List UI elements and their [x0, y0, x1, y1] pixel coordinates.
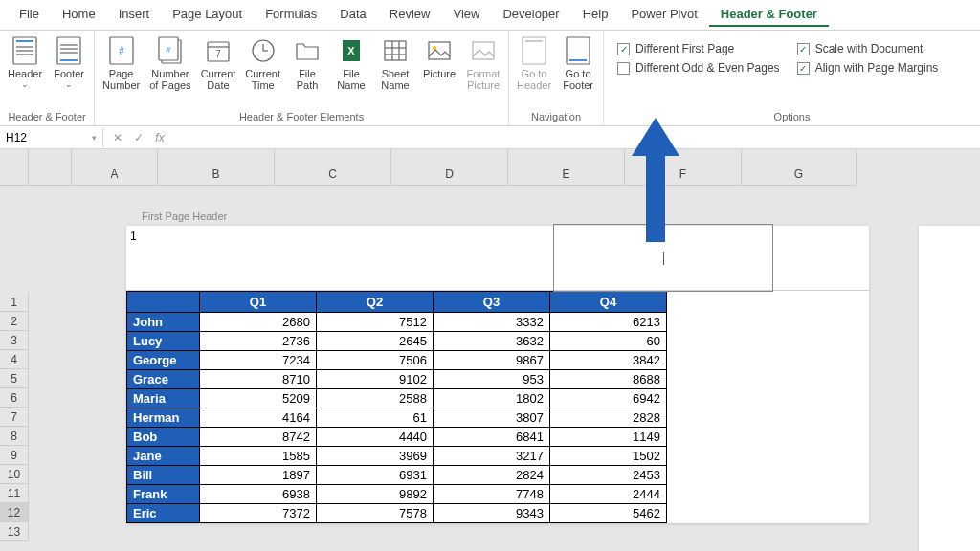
column-header[interactable]: A: [72, 149, 158, 186]
header-left-cell[interactable]: 1: [126, 226, 553, 290]
goto-header-button: Go to Header: [513, 33, 555, 94]
current-date-button[interactable]: 7 Current Date: [197, 33, 240, 94]
diff-odd-even-label: Different Odd & Even Pages: [635, 61, 780, 75]
pages-label: Number of Pages: [149, 68, 190, 91]
sheet-name-icon: [380, 35, 411, 66]
column-headers: ABCDEFG: [29, 149, 980, 186]
table-row[interactable]: Lucy27362645363260: [127, 332, 667, 351]
table-row[interactable]: Eric7372757893435462: [127, 504, 667, 523]
enter-icon[interactable]: ✓: [128, 128, 149, 147]
column-header[interactable]: F: [625, 149, 742, 186]
different-odd-even-checkbox[interactable]: Different Odd & Even Pages: [617, 61, 780, 75]
row-header[interactable]: 9: [0, 446, 29, 465]
table-row[interactable]: Bill1897693128242453: [127, 466, 667, 485]
menu-developer[interactable]: Developer: [491, 3, 570, 27]
page-number-button[interactable]: # Page Number: [99, 33, 144, 94]
table-header[interactable]: Q3: [434, 292, 550, 313]
fx-icon[interactable]: fx: [149, 128, 170, 147]
row-header[interactable]: 8: [0, 427, 29, 446]
row-header[interactable]: 7: [0, 408, 29, 427]
picture-button[interactable]: Picture: [418, 33, 460, 82]
table-header[interactable]: Q4: [550, 292, 667, 313]
diff-first-label: Different First Page: [635, 42, 734, 55]
row-header[interactable]: 2: [0, 312, 29, 331]
table-row[interactable]: Grace871091029538688: [127, 370, 667, 389]
row-header[interactable]: 11: [0, 484, 29, 503]
menu-review[interactable]: Review: [378, 3, 442, 27]
column-header[interactable]: E: [508, 149, 625, 186]
menu-data[interactable]: Data: [328, 3, 377, 27]
table-row[interactable]: Jane1585396932171502: [127, 447, 667, 466]
table-row[interactable]: George7234750698673842: [127, 351, 667, 370]
footer-button[interactable]: Footer ⌄: [48, 33, 90, 92]
column-header[interactable]: B: [158, 149, 275, 186]
menu-view[interactable]: View: [441, 3, 491, 27]
name-box-value: H12: [6, 131, 27, 144]
page-number-label: Page Number: [102, 68, 140, 91]
ribbon-group-navigation: Go to Header Go to Footer Navigation: [509, 31, 604, 125]
column-header[interactable]: D: [391, 149, 508, 186]
file-name-label: File Name: [337, 68, 365, 91]
data-table[interactable]: Q1Q2Q3Q4John2680751233326213Lucy27362645…: [126, 291, 667, 523]
current-time-button[interactable]: Current Time: [241, 33, 284, 94]
file-name-button[interactable]: X File Name: [330, 33, 372, 94]
svg-text:#: #: [119, 46, 124, 56]
page-header[interactable]: 1: [126, 226, 869, 291]
number-of-pages-button[interactable]: # Number of Pages: [145, 33, 194, 94]
table-row[interactable]: John2680751233326213: [127, 313, 667, 332]
table-header[interactable]: Q1: [200, 292, 317, 313]
page-layout-view: First Page Header 1 Q1Q2Q3Q4John26807512…: [29, 186, 980, 523]
file-path-button[interactable]: File Path: [286, 33, 328, 94]
cancel-icon[interactable]: ✕: [107, 128, 128, 147]
select-all-corner[interactable]: [0, 149, 29, 186]
goto-footer-button[interactable]: Go to Footer: [557, 33, 599, 94]
svg-text:#: #: [166, 45, 170, 55]
table-row[interactable]: Frank6938989277482444: [127, 485, 667, 504]
menu-page-layout[interactable]: Page Layout: [161, 3, 254, 27]
page-2: # / 2: [919, 226, 980, 551]
table-row[interactable]: Herman41646138072828: [127, 408, 667, 428]
date-label: Current Date: [201, 68, 236, 91]
group-label: Header & Footer: [4, 109, 90, 124]
table-header[interactable]: Q2: [317, 292, 434, 313]
header-button[interactable]: Header ⌄: [4, 33, 46, 92]
file-path-icon: [292, 35, 323, 66]
menu-help[interactable]: Help: [571, 3, 620, 27]
column-header[interactable]: C: [275, 149, 391, 186]
align-with-margins-checkbox[interactable]: ✓ Align with Page Margins: [797, 61, 939, 75]
row-header[interactable]: 1: [0, 293, 29, 312]
checkbox-checked-icon: ✓: [797, 43, 810, 55]
chevron-down-icon: ⌄: [21, 79, 29, 89]
menu-home[interactable]: Home: [51, 3, 107, 27]
row-header[interactable]: 12: [0, 503, 29, 522]
menu-insert[interactable]: Insert: [107, 3, 162, 27]
table-header[interactable]: [127, 292, 200, 313]
ribbon: Header ⌄ Footer ⌄ Header & Footer # Page…: [0, 31, 980, 126]
ribbon-group-header-footer: Header ⌄ Footer ⌄ Header & Footer: [0, 31, 95, 125]
column-header[interactable]: G: [742, 149, 857, 186]
svg-text:7: 7: [215, 49, 221, 59]
svg-rect-23: [385, 41, 406, 60]
menu-header-footer[interactable]: Header & Footer: [709, 3, 829, 27]
menu-power-pivot[interactable]: Power Pivot: [619, 3, 708, 27]
name-box[interactable]: H12 ▾: [0, 128, 103, 147]
table-row[interactable]: Maria5209258818026942: [127, 389, 667, 408]
menu-formulas[interactable]: Formulas: [254, 3, 328, 27]
row-header[interactable]: 5: [0, 369, 29, 388]
formula-bar: H12 ▾ ✕ ✓ fx: [0, 126, 980, 149]
sheet-name-button[interactable]: Sheet Name: [374, 33, 416, 94]
row-header[interactable]: 13: [0, 522, 29, 541]
menu-file[interactable]: File: [8, 3, 51, 27]
group-label: Header & Footer Elements: [99, 109, 504, 124]
row-header[interactable]: 6: [0, 388, 29, 408]
table-row[interactable]: Bob8742444068411149: [127, 428, 667, 447]
checkbox-unchecked-icon: [617, 62, 630, 75]
row-header[interactable]: 10: [0, 465, 29, 484]
goto-header-icon: [519, 35, 549, 66]
row-header[interactable]: 4: [0, 350, 29, 369]
scale-with-document-checkbox[interactable]: ✓ Scale with Document: [797, 42, 939, 55]
row-header[interactable]: 3: [0, 331, 29, 350]
formula-input[interactable]: [174, 135, 980, 141]
different-first-page-checkbox[interactable]: ✓ Different First Page: [617, 42, 780, 55]
header-right-cell[interactable]: [553, 224, 773, 292]
